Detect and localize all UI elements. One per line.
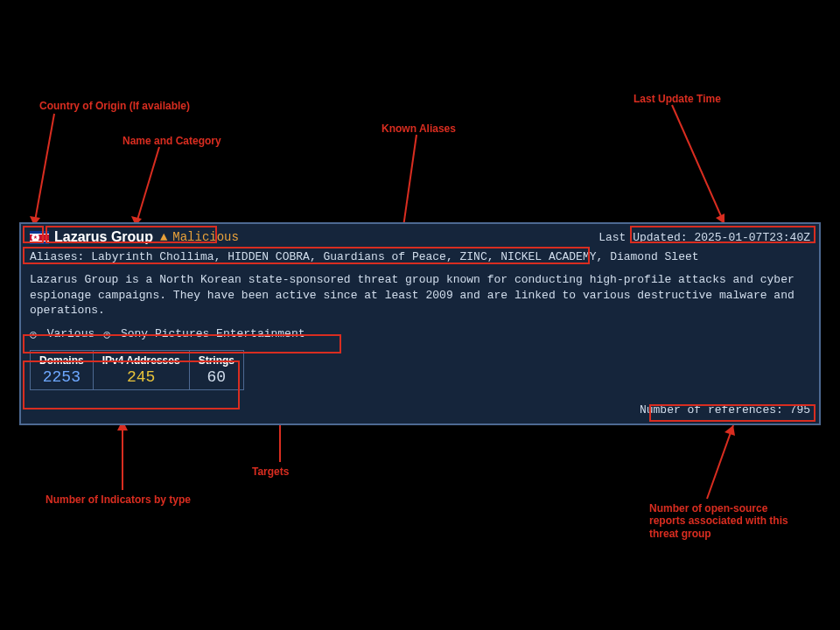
targets-row: ◎ Various ◎ Sony Pictures Entertainment xyxy=(30,327,810,341)
last-updated-value: 2025-01-07T23:40Z xyxy=(694,231,810,244)
group-name: Lazarus Group xyxy=(54,229,153,245)
last-updated-label: Last Updated: xyxy=(598,231,687,244)
target-label: Various xyxy=(47,327,95,340)
flag-icon xyxy=(30,231,49,244)
references-value: 795 xyxy=(790,403,810,416)
target-icon: ◎ xyxy=(30,327,37,341)
indicator-cell: Strings 60 xyxy=(190,351,243,389)
header-row: Lazarus Group ▲ Malicious Last Updated: … xyxy=(30,229,810,245)
indicator-value: 2253 xyxy=(39,368,84,386)
aliases-list: Labyrinth Chollima, HIDDEN COBRA, Guardi… xyxy=(91,250,698,263)
indicator-value: 245 xyxy=(102,368,180,386)
svg-line-14 xyxy=(707,425,733,499)
aliases-row: Aliases: Labyrinth Chollima, HIDDEN COBR… xyxy=(30,250,810,263)
description: Lazarus Group is a North Korean state-sp… xyxy=(30,272,810,318)
indicator-head: Domains xyxy=(39,354,84,367)
target-icon: ◎ xyxy=(103,327,110,341)
indicators-table: Domains 2253 IPv4 Addresses 245 Strings … xyxy=(30,350,244,390)
indicator-cell: Domains 2253 xyxy=(31,351,94,389)
svg-line-6 xyxy=(672,105,724,224)
aliases-label: Aliases: xyxy=(30,250,84,263)
last-updated: Last Updated: 2025-01-07T23:40Z xyxy=(598,231,810,244)
references-label: Number of references: xyxy=(640,403,783,416)
indicator-value: 60 xyxy=(199,368,234,386)
indicator-head: IPv4 Addresses xyxy=(102,354,180,367)
svg-line-2 xyxy=(136,147,159,226)
references: Number of references: 795 xyxy=(640,403,810,416)
category-label: Malicious xyxy=(172,230,239,244)
target-item: ◎ Various xyxy=(30,327,94,341)
svg-line-0 xyxy=(34,114,54,226)
indicator-cell: IPv4 Addresses 245 xyxy=(94,351,190,389)
target-label: Sony Pictures Entertainment xyxy=(121,327,305,340)
threat-panel: Lazarus Group ▲ Malicious Last Updated: … xyxy=(19,222,821,425)
warning-icon: ▲ xyxy=(160,230,167,244)
indicator-head: Strings xyxy=(199,354,234,367)
target-item: ◎ Sony Pictures Entertainment xyxy=(103,327,304,341)
